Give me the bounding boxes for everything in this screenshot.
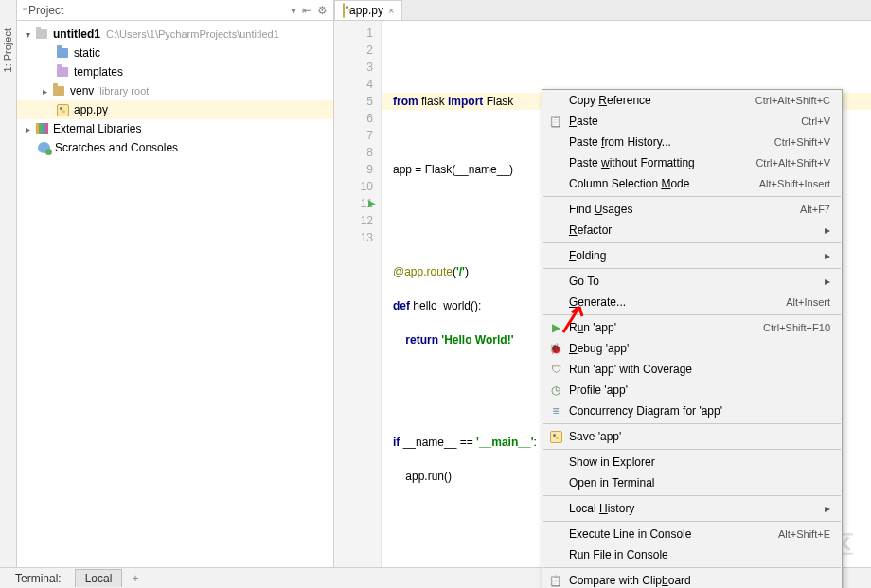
- tree-label: venv: [70, 84, 94, 98]
- menu-item-label: Compare with Clipboard: [569, 574, 691, 587]
- menu-item-label: Folding: [569, 249, 606, 262]
- menu-separator: [543, 495, 841, 496]
- scratches-icon: [36, 141, 51, 154]
- tree-item-templates[interactable]: templates: [17, 62, 333, 81]
- folder-icon: [55, 65, 70, 79]
- menu-shortcut: Ctrl+V: [801, 116, 830, 127]
- menu-item-label: Refactor: [569, 223, 612, 237]
- line-number: 6: [334, 110, 373, 127]
- menu-item[interactable]: ▶Run 'app'Ctrl+Shift+F10: [542, 317, 842, 338]
- menu-item[interactable]: Open in Terminal: [542, 472, 842, 493]
- menu-item[interactable]: Generate...Alt+Insert: [542, 292, 842, 312]
- gear-icon[interactable]: ⚙: [317, 4, 328, 17]
- editor-tab-label: app.py: [349, 4, 383, 17]
- menu-item[interactable]: Save 'app': [542, 426, 842, 447]
- clipboard-icon: 📋: [548, 114, 563, 129]
- project-tree: ▾ untitled1 C:\Users\1\PycharmProjects\u…: [17, 21, 333, 567]
- menu-item-label: Execute Line in Console: [569, 527, 691, 541]
- menu-item[interactable]: ◷Profile 'app': [542, 380, 842, 401]
- tree-label: static: [74, 46, 100, 60]
- bug-icon: 🐞: [548, 341, 563, 356]
- menu-item-label: Run 'app': [569, 321, 616, 334]
- run-gutter-icon[interactable]: ▶: [368, 195, 376, 212]
- menu-item[interactable]: Copy ReferenceCtrl+Alt+Shift+C: [542, 90, 842, 111]
- menu-separator: [543, 268, 841, 269]
- menu-item[interactable]: 📋Compare with Clipboard: [542, 570, 842, 588]
- python-file-icon: [55, 103, 70, 116]
- menu-item[interactable]: Paste without FormattingCtrl+Alt+Shift+V: [542, 152, 842, 173]
- line-number: 9: [334, 161, 373, 178]
- editor-gutter: 1 2 3 4 5 6 7 8 9 10 11 12 13 ▶: [334, 21, 382, 567]
- menu-separator: [543, 242, 841, 243]
- tree-item-external-libraries[interactable]: ▸ External Libraries: [17, 119, 333, 138]
- folder-icon: [34, 27, 49, 41]
- libraries-icon: [34, 122, 49, 135]
- menu-item-label: Concurrency Diagram for 'app': [569, 404, 722, 418]
- menu-item[interactable]: Folding▸: [542, 245, 842, 266]
- menu-item-label: Copy Reference: [569, 94, 651, 107]
- python-file-icon: [548, 429, 563, 444]
- line-number: 4: [334, 76, 373, 93]
- editor-tab-app-py[interactable]: app.py ×: [334, 0, 402, 20]
- menu-item-label: Debug 'app': [569, 342, 629, 355]
- menu-shortcut: Alt+Shift+E: [778, 528, 830, 540]
- tree-hint: C:\Users\1\PycharmProjects\untitled1: [106, 28, 279, 40]
- menu-item[interactable]: Go To▸: [542, 271, 842, 292]
- menu-item[interactable]: Run File in Console: [542, 544, 842, 565]
- menu-item[interactable]: Find UsagesAlt+F7: [542, 199, 842, 220]
- menu-item[interactable]: Column Selection ModeAlt+Shift+Insert: [542, 173, 842, 194]
- menu-item-label: Run 'app' with Coverage: [569, 363, 692, 376]
- menu-item[interactable]: Execute Line in ConsoleAlt+Shift+E: [542, 524, 842, 544]
- menu-item[interactable]: 🐞Debug 'app': [542, 338, 842, 359]
- menu-item[interactable]: Paste from History...Ctrl+Shift+V: [542, 132, 842, 152]
- submenu-arrow-icon: ▸: [825, 249, 830, 262]
- folder-icon: [55, 46, 70, 60]
- tree-item-static[interactable]: static: [17, 44, 333, 62]
- tree-root[interactable]: ▾ untitled1 C:\Users\1\PycharmProjects\u…: [17, 25, 333, 44]
- line-number: 2: [334, 42, 373, 59]
- menu-item[interactable]: Show in Explorer: [542, 452, 842, 472]
- chevron-down-icon[interactable]: ▾: [291, 4, 296, 17]
- menu-separator: [543, 423, 841, 424]
- folder-icon: [51, 84, 66, 98]
- menu-item-label: Paste from History...: [569, 135, 671, 149]
- menu-separator: [543, 196, 841, 197]
- clipboard-icon: 📋: [548, 573, 563, 588]
- menu-item[interactable]: ≡Concurrency Diagram for 'app': [542, 401, 842, 421]
- close-icon[interactable]: ×: [388, 5, 394, 16]
- menu-item-label: Open in Terminal: [569, 476, 655, 490]
- play-icon: ▶: [548, 320, 563, 335]
- chevron-right-icon[interactable]: ▸: [38, 86, 51, 97]
- menu-item[interactable]: 🛡Run 'app' with Coverage: [542, 359, 842, 380]
- terminal-tab-local[interactable]: Local: [75, 569, 123, 587]
- menu-shortcut: Ctrl+Alt+Shift+V: [755, 157, 830, 169]
- submenu-arrow-icon: ▸: [825, 223, 830, 237]
- line-number: 3: [334, 59, 373, 76]
- editor-tabbar: app.py ×: [334, 0, 871, 21]
- menu-item[interactable]: Local History▸: [542, 498, 842, 519]
- chevron-right-icon[interactable]: ▸: [21, 124, 34, 134]
- python-file-icon: [343, 4, 345, 17]
- tree-hint: library root: [99, 85, 149, 97]
- menu-shortcut: Ctrl+Alt+Shift+C: [755, 95, 830, 106]
- menu-item-label: Paste without Formatting: [569, 156, 695, 169]
- menu-separator: [543, 567, 841, 568]
- menu-shortcut: Alt+Shift+Insert: [759, 178, 830, 189]
- collapse-icon[interactable]: ⇤: [302, 4, 311, 17]
- menu-separator: [543, 449, 841, 450]
- project-toolwindow-tab[interactable]: 1: Project: [2, 28, 13, 72]
- tree-item-scratches[interactable]: Scratches and Consoles: [17, 138, 333, 157]
- menu-item-label: Go To: [569, 275, 599, 288]
- add-terminal-button[interactable]: +: [126, 572, 144, 585]
- line-number: 1: [334, 25, 373, 42]
- menu-item-label: Profile 'app': [569, 383, 628, 397]
- terminal-label: Terminal:: [6, 570, 71, 587]
- left-toolstrip: 1: Project: [0, 0, 17, 567]
- tree-item-app-py[interactable]: app.py: [17, 100, 333, 119]
- menu-item-label: Generate...: [569, 295, 626, 309]
- tree-item-venv[interactable]: ▸ venv library root: [17, 81, 333, 100]
- menu-item[interactable]: 📋PasteCtrl+V: [542, 111, 842, 132]
- chevron-down-icon[interactable]: ▾: [21, 29, 34, 40]
- menu-item[interactable]: Refactor▸: [542, 220, 842, 241]
- line-number: 8: [334, 144, 373, 161]
